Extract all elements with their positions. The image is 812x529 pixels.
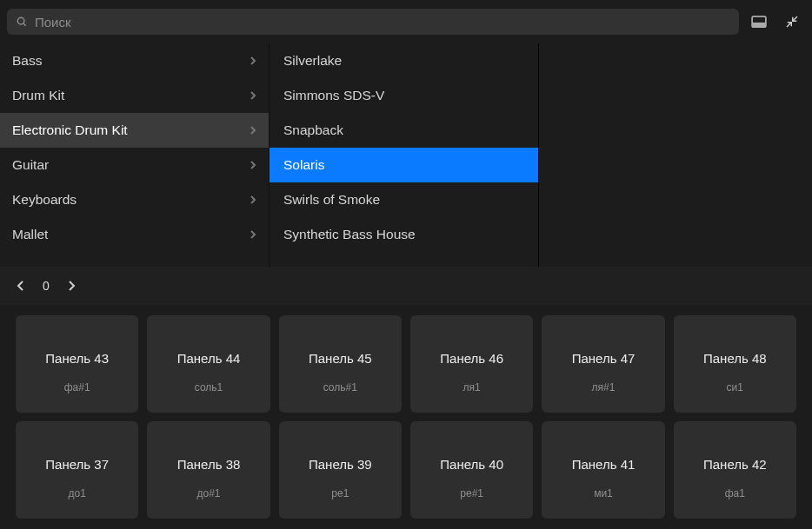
chevron-right-icon	[250, 90, 256, 101]
preset-item[interactable]: Snapback	[270, 113, 538, 148]
pad-title: Панель 37	[45, 457, 109, 472]
drum-pad[interactable]: Панель 42фа1	[674, 421, 796, 519]
pad-note: си1	[727, 381, 743, 393]
drum-pad[interactable]: Панель 45соль#1	[279, 315, 402, 413]
preset-item[interactable]: Swirls of Smoke	[270, 182, 538, 217]
pad-title: Панель 40	[440, 457, 503, 472]
category-item[interactable]: Guitar	[0, 148, 269, 182]
pad-note: ля#1	[592, 381, 616, 393]
pad-title: Панель 41	[572, 457, 636, 472]
drum-pad[interactable]: Панель 47ля#1	[542, 315, 664, 413]
octave-nav: 0	[0, 267, 812, 305]
svg-point-0	[17, 17, 24, 24]
preset-label: Synthetic Bass House	[283, 227, 416, 242]
preset-label: Swirls of Smoke	[283, 192, 380, 208]
drum-pad[interactable]: Панель 43фа#1	[16, 315, 138, 413]
category-label: Guitar	[12, 157, 49, 173]
svg-rect-3	[752, 23, 766, 27]
top-bar	[0, 0, 812, 43]
chevron-right-icon	[250, 195, 256, 205]
category-item[interactable]: Mallet	[0, 217, 269, 252]
chevron-right-icon	[250, 56, 256, 66]
category-label: Electronic Drum Kit	[12, 122, 128, 138]
chevron-right-icon	[250, 160, 256, 170]
chevron-right-icon	[250, 125, 256, 136]
octave-value: 0	[31, 279, 61, 293]
window-icon[interactable]	[746, 9, 772, 35]
preset-item[interactable]: Solaris	[270, 148, 538, 182]
svg-line-1	[23, 23, 26, 26]
search-input[interactable]	[35, 15, 730, 30]
pad-note: ре#1	[460, 487, 483, 499]
pad-title: Панель 46	[440, 351, 503, 366]
preset-item[interactable]: Simmons SDS-V	[270, 78, 538, 113]
drum-pad[interactable]: Панель 44соль1	[147, 315, 270, 413]
pad-note: ля1	[463, 381, 481, 393]
preset-item[interactable]: Silverlake	[270, 43, 538, 78]
pad-title: Панель 44	[177, 351, 241, 366]
pad-note: соль#1	[323, 381, 357, 393]
pad-note: соль1	[195, 381, 223, 393]
pad-note: ре1	[331, 487, 349, 499]
category-list: BassDrum KitElectronic Drum KitGuitarKey…	[0, 43, 270, 267]
preset-list: SilverlakeSimmons SDS-VSnapbackSolarisSw…	[270, 43, 539, 267]
preset-label: Simmons SDS-V	[283, 88, 384, 103]
category-label: Bass	[12, 53, 42, 69]
search-field[interactable]	[7, 9, 739, 35]
pad-note: до1	[68, 487, 85, 499]
drum-pad[interactable]: Панель 39ре1	[279, 421, 402, 519]
category-item[interactable]: Drum Kit	[0, 78, 269, 113]
category-item[interactable]: Electronic Drum Kit	[0, 113, 269, 148]
category-label: Mallet	[12, 227, 48, 242]
drum-pad[interactable]: Панель 37до1	[16, 421, 138, 519]
drum-pad[interactable]: Панель 41ми1	[542, 421, 664, 519]
pad-note: фа#1	[64, 381, 90, 393]
category-item[interactable]: Bass	[0, 43, 269, 78]
drum-pad[interactable]: Панель 48си1	[674, 315, 796, 413]
pad-note: фа1	[725, 487, 745, 499]
drum-pads: Панель 43фа#1Панель 44соль1Панель 45соль…	[0, 305, 812, 529]
category-item[interactable]: Keyboards	[0, 182, 269, 217]
pad-title: Панель 45	[309, 351, 372, 366]
pad-title: Панель 48	[703, 351, 767, 366]
search-icon	[16, 16, 28, 28]
preset-label: Silverlake	[283, 53, 342, 69]
drum-pad[interactable]: Панель 40ре#1	[410, 421, 533, 519]
pad-title: Панель 38	[177, 457, 241, 472]
pad-title: Панель 42	[703, 457, 767, 472]
preset-label: Snapback	[283, 122, 343, 138]
pad-title: Панель 43	[45, 351, 109, 366]
pad-note: ми1	[594, 487, 613, 499]
chevron-right-icon	[250, 229, 256, 240]
preset-item[interactable]: Synthetic Bass House	[270, 217, 538, 252]
preset-label: Solaris	[283, 157, 324, 173]
pad-title: Панель 39	[309, 457, 372, 472]
drum-pad[interactable]: Панель 38до#1	[147, 421, 270, 519]
pad-title: Панель 47	[572, 351, 636, 366]
drum-pad[interactable]: Панель 46ля1	[410, 315, 533, 413]
category-label: Keyboards	[12, 192, 77, 208]
octave-next-button[interactable]	[61, 275, 82, 296]
collapse-icon[interactable]	[779, 9, 805, 35]
octave-prev-button[interactable]	[10, 275, 31, 296]
preset-item[interactable]: Synthio	[270, 252, 538, 267]
pad-note: до#1	[196, 487, 220, 499]
category-label: Drum Kit	[12, 88, 64, 103]
